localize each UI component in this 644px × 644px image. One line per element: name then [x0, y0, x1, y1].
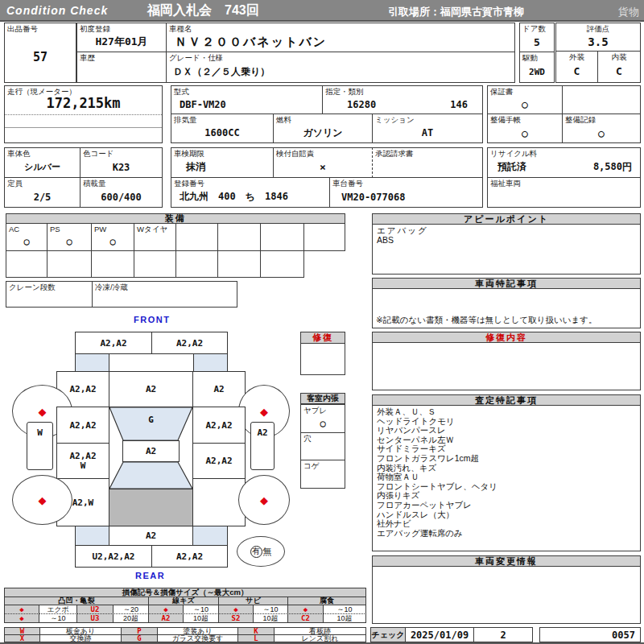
check-label-cell: チェック — [370, 627, 406, 642]
panel-rear-bumper-left: U2,A2,A2 — [75, 545, 152, 568]
vehicle-notes-text: ※記載のない書類・機器等は無しとして取り扱いいます。 — [376, 315, 597, 326]
panel-front-bumper-left: A2,A2 — [75, 332, 152, 354]
body-color-box: 車体色 シルバー — [4, 147, 80, 178]
legend-code: S2 — [218, 613, 254, 623]
legend-symbol-l: L — [237, 634, 275, 642]
equipment-cell-ac: AC ○ — [6, 223, 47, 251]
legend-symbol-label: ガラス交換要す — [157, 634, 238, 642]
panel-roof: A2 — [122, 440, 180, 462]
panel-side-sill-right: A2 — [250, 422, 275, 470]
lot-number-box: 出品番号 57 — [4, 23, 76, 83]
equipment-cell-empty — [6, 250, 47, 278]
legend-value: 10超 — [253, 613, 288, 623]
legend-value: 20超 — [113, 613, 149, 623]
insurance-value: × — [274, 157, 372, 177]
vehicle-notes-header: 車両特記事項 — [372, 278, 641, 289]
panel-fender-right: A2 — [192, 371, 246, 407]
interior-grade-value: C — [598, 60, 640, 82]
legend-value: 10超 — [323, 613, 366, 623]
maintenance-record-box: 整備記録 ○ — [562, 114, 641, 143]
registration-number-box: 登録番号 北九州 400 ち 1846 — [171, 177, 330, 208]
interior-grade-box: 内装 C — [597, 51, 641, 83]
doors-box: ドア数 5 — [519, 23, 555, 52]
type-class-box: 指定・類別 16280 146 — [322, 85, 483, 114]
check-count-value: 2 — [474, 628, 532, 642]
panel-windshield-label: G — [109, 415, 193, 425]
spare-yes-mark: 有 — [250, 546, 262, 558]
brand-logo: Condition Check — [6, 4, 108, 17]
assessment-header: 査定特記事項 — [372, 394, 641, 406]
repair-content-body — [372, 343, 641, 390]
panel-rear-window — [109, 461, 193, 489]
check-date-value: 2025/01/09 — [406, 628, 473, 642]
drive-box: 駆動 2WD — [519, 52, 555, 83]
color-code-value: K23 — [80, 157, 162, 177]
equipment-cell-ps: PS ○ — [47, 223, 92, 251]
assessment-line: 外装Ａ、Ｕ、Ｓ — [377, 407, 636, 417]
auction-title: 福岡入札会 743回 — [147, 2, 259, 19]
empty-doc-box — [562, 85, 641, 114]
legend-symbol-label: 交換跡 — [39, 634, 122, 642]
appeal-body: エアバッグ ABS — [372, 225, 641, 275]
panel-quarter-right — [192, 478, 246, 526]
rear-label: REAR — [135, 571, 165, 580]
transmission-box: ミッション AT — [372, 114, 483, 143]
equipment-cell-empty — [91, 250, 134, 278]
approval-box: 承認請求書 — [372, 147, 483, 178]
spare-no-mark: 無 — [263, 546, 272, 558]
color-code-box: 色コード K23 — [80, 147, 163, 178]
change-info-header: 車両変更情報 — [372, 555, 641, 567]
equipment-cell-empty — [47, 250, 92, 278]
assessment-body: 外装Ａ、Ｕ、Ｓ ヘッドライトクモリ リヤバンパースレ センターパネル左Ｗ サイド… — [372, 406, 641, 551]
model-code-value: DBF-VM20 — [171, 95, 322, 114]
sheet-number-value: 0057 — [540, 628, 640, 642]
grade-box: グレード・仕様 ＤＸ（２／５人乗り） — [166, 52, 515, 83]
doors-value: 5 — [520, 32, 554, 52]
transmission-value: AT — [373, 123, 482, 142]
fuel-box: 燃料 ガソリン — [273, 114, 373, 143]
panel-front-corner-left — [75, 353, 109, 372]
capacity-value: 2/5 — [5, 187, 80, 207]
maintenance-book-value: ○ — [488, 123, 562, 142]
registration-number-value: 北九州 400 ち 1846 — [171, 187, 329, 207]
header-bar: Condition Check 福岡入札会 743回 引取場所：福岡県古賀市青柳… — [0, 0, 644, 22]
recycle-fee-box: リサイクル料 預託済 8,580円 — [487, 147, 641, 178]
appeal-header: アピールポイント — [372, 213, 641, 225]
load-capacity-box: 積載量 600/400 — [80, 177, 163, 208]
divider — [5, 114, 162, 115]
equipment-cell-empty — [217, 223, 261, 251]
legend-symbol-g: G — [121, 634, 158, 642]
cabin-item-hole: 穴 — [300, 432, 345, 460]
history-box: 車歴 — [76, 52, 167, 83]
change-info-body — [372, 567, 641, 624]
divider — [5, 127, 162, 128]
legend-symbol-x: X — [4, 634, 40, 642]
score-box: 評価点 3.5 — [555, 23, 641, 52]
legend-value: ～10 — [39, 613, 77, 623]
cabin-tear-mark: ○ — [301, 414, 345, 432]
crane-box: クレーン段数 — [6, 281, 93, 308]
body-color-value: シルバー — [5, 157, 80, 177]
damage-diamond-icon: ◆ — [39, 495, 47, 506]
model-name-value: ＮＶ２００バネットバン — [167, 32, 514, 52]
panel-front-door-left: A2,A2 — [56, 407, 109, 444]
fridge-box: 冷凍/冷蔵 — [92, 281, 237, 308]
spare-tire-indicator: 有 無 — [237, 536, 285, 567]
legend-mark-icon: ◆ — [4, 613, 39, 623]
panel-front-door-right: A2,A2 — [192, 407, 246, 444]
class-number-value: 146 — [323, 95, 482, 114]
legend-value: 10超 — [183, 613, 219, 623]
check-count-cell: 2 — [473, 627, 533, 642]
assessment-line: フロアカーペットヤブレ — [377, 501, 636, 510]
panel-side-sill-left: W — [27, 422, 53, 470]
exterior-grade-value: C — [556, 60, 597, 82]
panel-tailgate: A2 — [109, 526, 193, 546]
insurance-box: 検付自賠責 × — [273, 147, 373, 178]
appeal-line: エアバッグ — [377, 226, 636, 236]
score-value: 3.5 — [556, 32, 640, 51]
chassis-number-box: 車台番号 VM20-077068 — [329, 177, 483, 208]
assessment-line: 荷物室ＡＵ — [377, 473, 636, 482]
assessment-line: 社外ナビ — [377, 519, 636, 529]
sheet-number-cell: 0057 — [539, 627, 641, 642]
warranty-value: ○ — [488, 95, 562, 114]
